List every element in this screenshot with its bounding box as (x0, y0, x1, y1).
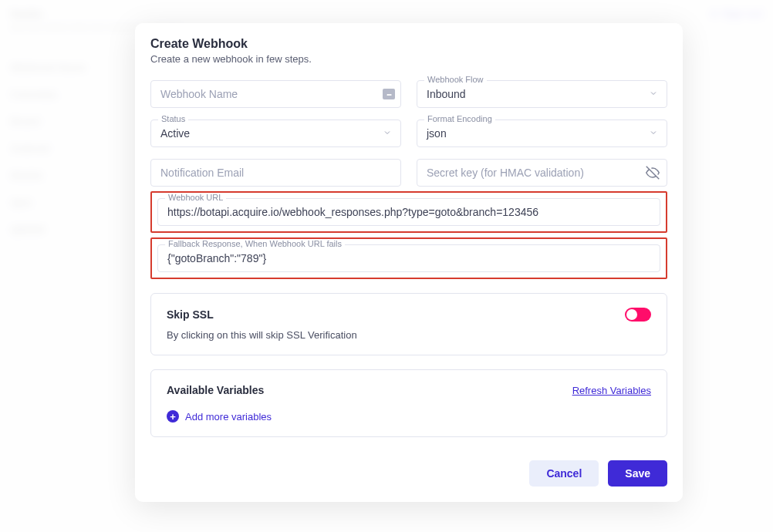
notification-email-wrap (150, 159, 401, 187)
fallback-label: Fallback Response, When Webhook URL fail… (165, 239, 345, 248)
fallback-highlight: Fallback Response, When Webhook URL fail… (150, 237, 667, 279)
cancel-button[interactable]: Cancel (529, 460, 599, 487)
modal-title: Create Webhook (150, 37, 667, 51)
save-button[interactable]: Save (608, 460, 667, 487)
skip-ssl-toggle[interactable] (625, 308, 651, 322)
create-webhook-modal: Create Webhook Create a new webhook in f… (135, 23, 683, 502)
skip-ssl-desc: By clicking on this will skip SSL Verifi… (167, 329, 651, 341)
modal-subtitle: Create a new webhook in few steps. (150, 53, 667, 65)
variables-title: Available Variables (167, 384, 264, 396)
secret-key-input[interactable] (417, 159, 667, 187)
status-field-wrap: Status Active (150, 120, 401, 147)
format-encoding-label: Format Encoding (424, 114, 495, 123)
notification-email-input[interactable] (150, 159, 401, 187)
add-variables-label: Add more variables (185, 411, 272, 423)
eye-off-icon[interactable] (646, 166, 660, 180)
plus-icon: + (167, 410, 179, 423)
secret-key-wrap (417, 159, 667, 187)
skip-ssl-title: Skip SSL (167, 308, 214, 321)
format-encoding-field-wrap: Format Encoding json (417, 120, 667, 147)
webhook-flow-field-wrap: Webhook Flow Inbound (417, 80, 667, 108)
add-variables-button[interactable]: + Add more variables (167, 410, 651, 423)
fallback-input[interactable] (157, 244, 660, 272)
webhook-url-label: Webhook URL (165, 193, 226, 202)
webhook-url-highlight: Webhook URL (150, 191, 667, 233)
webhook-flow-select[interactable]: Inbound (417, 80, 667, 108)
modal-footer: Cancel Save (150, 460, 667, 487)
skip-ssl-box: Skip SSL By clicking on this will skip S… (150, 293, 667, 355)
variables-box: Available Variables Refresh Variables + … (150, 369, 667, 437)
status-select[interactable]: Active (150, 120, 401, 147)
webhook-name-input[interactable] (150, 80, 401, 108)
status-label: Status (158, 114, 188, 123)
ellipsis-icon[interactable]: ••• (383, 89, 395, 99)
webhook-url-input[interactable] (157, 198, 660, 226)
refresh-variables-link[interactable]: Refresh Variables (572, 385, 651, 396)
format-encoding-select[interactable]: json (417, 120, 667, 147)
webhook-flow-label: Webhook Flow (424, 75, 487, 84)
webhook-name-field-wrap: ••• (150, 80, 401, 108)
